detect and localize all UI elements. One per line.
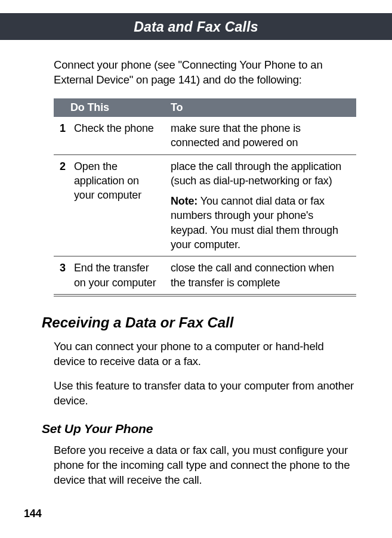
table-row: 3 End the transfer on your computer clos… <box>54 256 356 295</box>
section-heading: Receiving a Data or Fax Call <box>42 314 356 331</box>
header-title: Data and Fax Calls <box>134 19 258 35</box>
step-to: make sure that the phone is connected an… <box>166 117 356 154</box>
step-to: close the call and connection when the t… <box>166 256 356 295</box>
page-number: 144 <box>24 508 42 520</box>
step-to: place the call through the application (… <box>166 154 356 256</box>
step-number: 1 <box>54 117 70 154</box>
table-header-do: Do This <box>70 98 166 117</box>
step-do: End the transfer on your computer <box>70 256 166 295</box>
note-block: Note: You cannot dial data or fax number… <box>171 194 351 252</box>
step-to-main: place the call through the application (… <box>171 160 341 187</box>
steps-table: Do This To 1 Check the phone make sure t… <box>54 98 356 296</box>
step-number: 3 <box>54 256 70 295</box>
table-header-blank <box>54 98 70 117</box>
subsection-heading: Set Up Your Phone <box>42 422 356 436</box>
step-do: Open the application on your computer <box>70 154 166 256</box>
page-content: Connect your phone (see "Connecting Your… <box>0 40 392 488</box>
table-row: 2 Open the application on your computer … <box>54 154 356 256</box>
step-do: Check the phone <box>70 117 166 154</box>
step-number: 2 <box>54 154 70 256</box>
subsection-paragraph: Before you receive a data or fax call, y… <box>54 443 356 488</box>
page-header: Data and Fax Calls <box>0 13 392 40</box>
section-paragraph: You can connect your phone to a computer… <box>54 339 356 369</box>
table-row: 1 Check the phone make sure that the pho… <box>54 117 356 154</box>
note-label: Note: <box>171 195 197 207</box>
section-paragraph: Use this feature to transfer data to you… <box>54 379 356 409</box>
table-header-to: To <box>166 98 356 117</box>
intro-paragraph: Connect your phone (see "Connecting Your… <box>54 58 356 88</box>
